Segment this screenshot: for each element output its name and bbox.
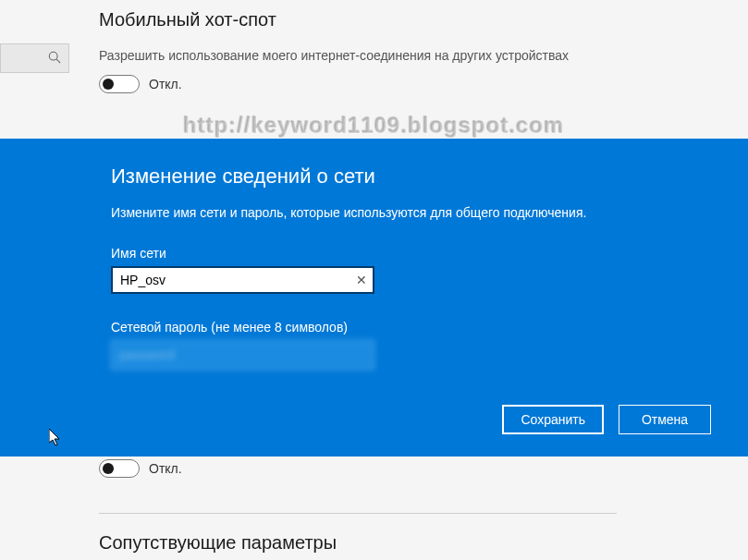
watermark-text: http://keyword1109.blogspot.com: [183, 113, 564, 139]
edit-network-modal: Изменение сведений о сети Измените имя с…: [0, 139, 748, 457]
search-icon: [48, 51, 61, 67]
modal-title: Изменение сведений о сети: [111, 164, 646, 189]
svg-line-1: [56, 59, 60, 63]
toggle-knob: [103, 463, 114, 474]
svg-point-0: [49, 52, 57, 60]
secondary-toggle[interactable]: [99, 459, 140, 478]
clear-input-button[interactable]: ✕: [356, 273, 367, 287]
cancel-button[interactable]: Отмена: [619, 405, 711, 434]
divider: [99, 513, 617, 514]
close-icon: ✕: [356, 273, 367, 287]
hotspot-toggle-label: Откл.: [149, 77, 182, 91]
password-label: Сетевой пароль (не менее 8 символов): [111, 320, 646, 335]
network-name-input[interactable]: [111, 266, 374, 294]
password-input[interactable]: [111, 340, 374, 370]
hotspot-toggle[interactable]: [99, 75, 140, 93]
related-params-title: Сопутствующие параметры: [99, 532, 748, 554]
hotspot-title: Мобильный хот-спот: [99, 0, 748, 30]
modal-description: Измените имя сети и пароль, которые испо…: [111, 205, 646, 220]
network-name-label: Имя сети: [111, 246, 646, 261]
hotspot-description: Разрешить использование моего интернет-с…: [99, 47, 748, 66]
save-button[interactable]: Сохранить: [502, 405, 604, 434]
secondary-toggle-label: Откл.: [149, 461, 182, 476]
search-box[interactable]: [0, 43, 69, 73]
toggle-knob: [103, 79, 114, 90]
